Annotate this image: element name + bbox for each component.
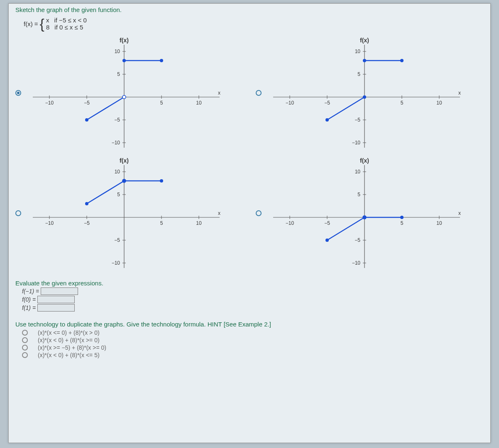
svg-text:−10: −10 [45,220,54,226]
graph-option-A[interactable]: f(x) x −10−5510105−5−10 [15,35,243,151]
eval-row: f(1) = [22,304,484,312]
eval-input-0[interactable] [41,287,78,295]
svg-text:5: 5 [401,100,404,106]
svg-text:−10: −10 [352,260,361,266]
radio-icon[interactable] [15,210,21,216]
svg-text:−5: −5 [84,220,90,226]
svg-text:10: 10 [196,100,202,106]
svg-point-51 [400,59,404,62]
eval-label: f(−1) = [22,288,39,295]
svg-point-77 [160,179,163,183]
question-card: Sketch the graph of the given function. … [8,3,491,443]
svg-line-98 [327,217,364,240]
svg-text:5: 5 [357,192,360,197]
svg-text:5: 5 [117,192,120,197]
graph-options: f(x) x −10−5510105−5−10 f(x) x −10−55101… [15,35,484,271]
svg-text:−10: −10 [286,100,294,106]
svg-text:−5: −5 [355,117,360,123]
svg-point-99 [325,239,329,242]
graph-option-D[interactable]: f(x) x −10−5510105−5−10 [256,155,484,271]
svg-line-46 [327,97,364,120]
svg-text:−10: −10 [352,140,361,146]
svg-text:−5: −5 [324,220,330,226]
svg-point-76 [122,179,126,183]
svg-point-50 [363,59,366,62]
svg-text:5: 5 [401,220,404,226]
svg-point-22 [122,95,126,99]
svg-text:10: 10 [355,169,361,175]
tech-option-label: (x)*(x < 0) + (8)*(x >= 0) [38,337,100,343]
svg-text:−5: −5 [84,100,90,106]
tech-option[interactable]: (x)*(x >= −5) + (8)*(x >= 0) [22,344,484,351]
svg-point-25 [160,59,163,62]
svg-point-47 [325,118,329,122]
case-cond: if 0 ≤ x ≤ 5 [54,24,83,31]
radio-icon[interactable] [22,330,28,336]
tech-option-label: (x)*(x < 0) + (8)*(x <= 5) [38,352,100,358]
svg-text:10: 10 [115,49,120,54]
svg-text:10: 10 [436,100,442,106]
radio-icon[interactable] [22,345,28,351]
tech-option-label: (x)*(x <= 0) + (8)*(x > 0) [38,329,100,336]
case-val: 8 [46,24,49,31]
svg-text:10: 10 [196,220,202,226]
radio-icon[interactable] [22,352,28,358]
svg-text:x: x [458,210,461,216]
svg-text:10: 10 [355,49,361,54]
eval-row: f(−1) = [22,287,484,295]
svg-text:f(x): f(x) [360,157,369,164]
svg-point-24 [122,59,126,62]
radio-icon[interactable] [256,90,262,96]
svg-text:5: 5 [117,71,120,77]
tech-option-label: (x)*(x >= −5) + (8)*(x >= 0) [38,344,106,351]
svg-text:x: x [218,210,220,216]
svg-text:−10: −10 [286,220,294,226]
svg-text:5: 5 [357,71,360,77]
eval-label: f(0) = [22,296,36,303]
graph-option-B[interactable]: f(x) x −10−5510105−5−10 [256,35,484,151]
case-val: x [46,17,49,24]
tech-option[interactable]: (x)*(x < 0) + (8)*(x <= 5) [22,352,484,358]
svg-point-103 [400,216,404,219]
svg-text:f(x): f(x) [360,37,369,44]
svg-point-21 [85,118,88,122]
evaluate-heading: Evaluate the given expressions. [15,280,484,287]
fn-lhs: f(x) = [24,20,38,27]
eval-row: f(0) = [22,296,484,303]
case-cond: if −5 ≤ x < 0 [54,17,86,24]
question-prompt: Sketch the graph of the given function. [15,6,484,13]
evaluate-rows: f(−1) = f(0) = f(1) = [15,287,484,312]
radio-icon[interactable] [15,90,21,96]
technology-heading: Use technology to duplicate the graphs. … [15,321,484,328]
svg-text:−10: −10 [45,100,54,106]
radio-icon[interactable] [256,210,262,216]
eval-input-2[interactable] [37,304,75,312]
svg-text:f(x): f(x) [120,37,129,44]
svg-text:x: x [218,90,220,96]
fn-cases: x if −5 ≤ x < 0 8 if 0 ≤ x ≤ 5 [46,17,87,31]
svg-point-102 [363,216,366,219]
graph-B: f(x) x −10−5510105−5−10 [269,35,464,151]
svg-point-73 [85,202,88,205]
tech-option[interactable]: (x)*(x <= 0) + (8)*(x > 0) [22,329,484,336]
svg-text:−10: −10 [112,140,120,146]
svg-text:f(x): f(x) [120,157,129,164]
svg-text:−5: −5 [355,237,360,243]
tech-option[interactable]: (x)*(x < 0) + (8)*(x >= 0) [22,337,484,343]
graph-option-C[interactable]: f(x) x −10−5510105−5−10 [15,155,243,271]
eval-label: f(1) = [22,304,36,311]
svg-text:5: 5 [160,100,163,106]
graph-C: f(x) x −10−5510105−5−10 [29,155,224,271]
svg-text:−5: −5 [114,117,120,123]
svg-text:10: 10 [115,169,120,175]
radio-icon[interactable] [22,337,28,343]
svg-text:5: 5 [160,220,163,226]
graph-A: f(x) x −10−5510105−5−10 [29,35,224,151]
eval-input-1[interactable] [37,296,75,303]
svg-text:−10: −10 [112,260,120,266]
svg-line-20 [87,97,124,120]
technology-options: (x)*(x <= 0) + (8)*(x > 0) (x)*(x < 0) +… [22,329,484,358]
svg-point-48 [363,95,366,99]
svg-text:x: x [458,90,461,96]
brace-icon: { [40,17,44,31]
